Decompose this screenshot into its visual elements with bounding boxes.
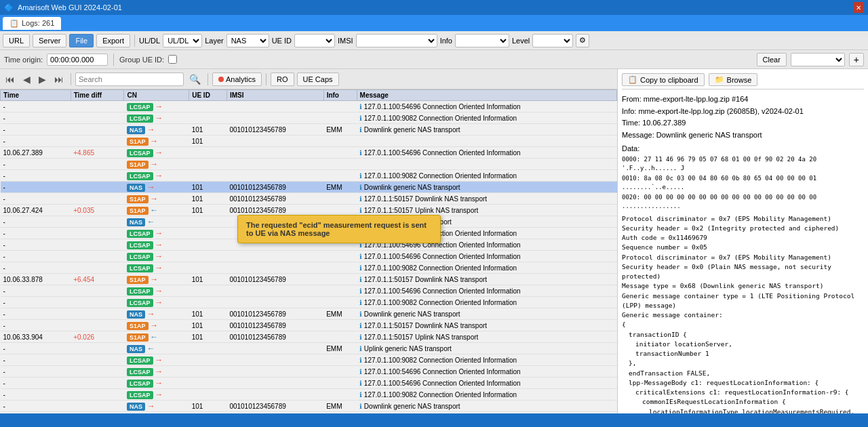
filter-dropdown[interactable]: [791, 53, 845, 66]
table-row[interactable]: - S1AP → 101 001010123456789 ℹ 127.0.1.1…: [1, 193, 617, 205]
arrow-right-icon: →: [155, 240, 163, 249]
cell-diff: [71, 297, 124, 308]
cell-cn: LCSAP →: [124, 147, 189, 159]
cell-info: [323, 320, 357, 331]
badge-s1ap: S1AP: [127, 161, 149, 169]
toolbar2-sep1: [71, 73, 71, 85]
table-row[interactable]: - NAS → 101 001010123456789 EMM ℹ Downli…: [1, 401, 617, 412]
cell-imsi: 001010123456789: [226, 193, 323, 205]
table-row[interactable]: - NAS → 101 001010123456789 EMM ℹ Downli…: [1, 124, 617, 136]
cell-diff: [71, 101, 124, 113]
cell-info: EMM: [323, 124, 357, 136]
table-row[interactable]: - LCSAP → ℹ 127.0.1.100:54696 Connection…: [1, 251, 617, 262]
nav-next-button[interactable]: ▶: [36, 73, 49, 86]
cell-ue-id: [189, 159, 227, 170]
layer-select[interactable]: NASS1APLCSAP: [226, 34, 269, 47]
badge-lcsap: LCSAP: [127, 368, 153, 376]
cell-info: [323, 251, 357, 262]
nav-first-button[interactable]: ⏮: [3, 73, 18, 86]
browse-button[interactable]: 📁 Browse: [709, 73, 758, 86]
table-row[interactable]: - S1AP → 101: [1, 136, 617, 147]
time-origin-input[interactable]: [47, 54, 108, 66]
col-message: Message: [357, 90, 616, 101]
info-icon: ℹ: [359, 207, 362, 214]
level-select[interactable]: [532, 34, 573, 47]
cell-time: -: [1, 159, 71, 170]
cell-imsi: [226, 285, 323, 297]
table-row[interactable]: - NAS ← EMM ℹ Uplink generic NAS transpo…: [1, 343, 617, 354]
arrow-right-icon: →: [147, 125, 155, 134]
table-row[interactable]: 10.06.27.424 +0.035 S1AP ← 101 001010123…: [1, 205, 617, 216]
badge-lcsap: LCSAP: [127, 103, 153, 111]
cell-imsi: [226, 159, 323, 170]
search-input[interactable]: [75, 73, 184, 86]
table-row[interactable]: - LCSAP → ℹ 127.0.1.100:9082 Connection …: [1, 297, 617, 308]
cell-message: ℹ 127.0.1.1:50157 Downlink NAS transport: [357, 412, 616, 414]
clear-button[interactable]: Clear: [757, 53, 787, 66]
field-line: lpp-MessageBody c1: requestLocationInfor…: [629, 378, 864, 388]
cell-ue-id: [189, 389, 227, 401]
table-row[interactable]: - LCSAP → ℹ 127.0.1.100:9082 Connection …: [1, 170, 617, 182]
table-row[interactable]: - LCSAP → ℹ 127.0.1.100:9082 Connection …: [1, 113, 617, 124]
server-button[interactable]: Server: [33, 34, 66, 47]
badge-lcsap: LCSAP: [127, 149, 153, 157]
info-icon: ℹ: [359, 391, 362, 399]
table-row[interactable]: 10.06.33.904 +0.026 S1AP ← 101 001010123…: [1, 331, 617, 343]
table-row[interactable]: - LCSAP → ℹ 127.0.1.100:54696 Connection…: [1, 285, 617, 297]
cell-cn: NAS →: [124, 308, 189, 320]
cell-imsi: 001010123456789: [226, 274, 323, 285]
cell-imsi: 001010123456789: [226, 401, 323, 412]
cell-cn: NAS →: [124, 182, 189, 193]
arrow-right-icon: →: [155, 378, 163, 388]
settings-button[interactable]: ⚙: [576, 34, 589, 47]
cell-cn: NAS ←: [124, 216, 189, 228]
nav-prev-button[interactable]: ◀: [20, 73, 33, 86]
url-button[interactable]: URL: [3, 34, 30, 47]
app-title: Amarisoft Web GUI 2024-02-01: [18, 3, 122, 12]
copy-label: Copy to clipboard: [640, 76, 698, 84]
table-row[interactable]: - S1AP →: [1, 159, 617, 170]
tooltip-text: The requested "ecid" measurement request…: [246, 221, 427, 237]
table-row[interactable]: - LCSAP → ℹ 127.0.1.100:54696 Connection…: [1, 366, 617, 378]
ue-caps-button[interactable]: UE Caps: [297, 73, 339, 86]
add-filter-button[interactable]: +: [849, 53, 864, 66]
group-ue-id-checkbox[interactable]: [168, 55, 177, 64]
detail-from: From: mme-export-lte-lpp.log.zip #164: [622, 94, 864, 105]
cell-ue-id: 101: [189, 182, 227, 193]
table-row[interactable]: - S1AP → 101 001010123456789 ℹ 127.0.1.1…: [1, 412, 617, 414]
uldl-select[interactable]: UL/DLULDL: [163, 34, 202, 47]
table-row[interactable]: 10.06.27.389 +4.865 LCSAP → ℹ 127.0.1.10…: [1, 147, 617, 159]
cell-ue-id: [189, 297, 227, 308]
export-button[interactable]: Export: [96, 34, 130, 47]
cell-ue-id: [189, 285, 227, 297]
imsi-select[interactable]: 001010123456789: [356, 34, 437, 47]
logs-tab[interactable]: 📋 Logs: 261: [3, 17, 61, 30]
table-row[interactable]: - LCSAP → ℹ 127.0.1.100:9082 Connection …: [1, 389, 617, 401]
table-row[interactable]: - NAS → 101 001010123456789 EMM ℹ Downli…: [1, 308, 617, 320]
ro-button[interactable]: RO: [271, 73, 294, 86]
info-select[interactable]: [455, 34, 509, 47]
table-row[interactable]: 10.06.33.878 +6.454 S1AP → 101 001010123…: [1, 274, 617, 285]
table-row[interactable]: - LCSAP → ℹ 127.0.1.100:54696 Connection…: [1, 101, 617, 113]
table-row[interactable]: - LCSAP → ℹ 127.0.1.100:54696 Connection…: [1, 378, 617, 389]
table-row[interactable]: - S1AP → 101 001010123456789 ℹ 127.0.1.1…: [1, 320, 617, 331]
arrow-right-icon: →: [155, 251, 163, 261]
arrow-right-icon: →: [147, 401, 155, 411]
table-row[interactable]: - NAS → 101 001010123456789 EMM ℹ Downli…: [1, 182, 617, 193]
search-icon-button[interactable]: 🔍: [186, 73, 203, 86]
table-row[interactable]: - LCSAP → ℹ 127.0.1.100:9082 Connection …: [1, 354, 617, 366]
table-row[interactable]: - LCSAP → ℹ 127.0.1.100:9082 Connection …: [1, 262, 617, 274]
cell-time: -: [1, 251, 71, 262]
ue-id-select[interactable]: 101: [294, 34, 335, 47]
cell-cn: LCSAP →: [124, 228, 189, 239]
cell-imsi: [226, 389, 323, 401]
copy-clipboard-button[interactable]: 📋 Copy to clipboard: [622, 73, 705, 86]
time-origin-label: Time origin:: [4, 56, 43, 64]
window-close-button[interactable]: ✕: [853, 2, 864, 13]
badge-nas: NAS: [127, 310, 145, 319]
nav-last-button[interactable]: ⏭: [52, 73, 66, 86]
analytics-button[interactable]: Analytics: [212, 73, 262, 86]
cell-message: ℹ 127.0.1.100:9082 Connection Oriented I…: [357, 170, 616, 182]
arrow-right-icon: →: [150, 274, 158, 284]
file-button[interactable]: File: [69, 34, 94, 47]
